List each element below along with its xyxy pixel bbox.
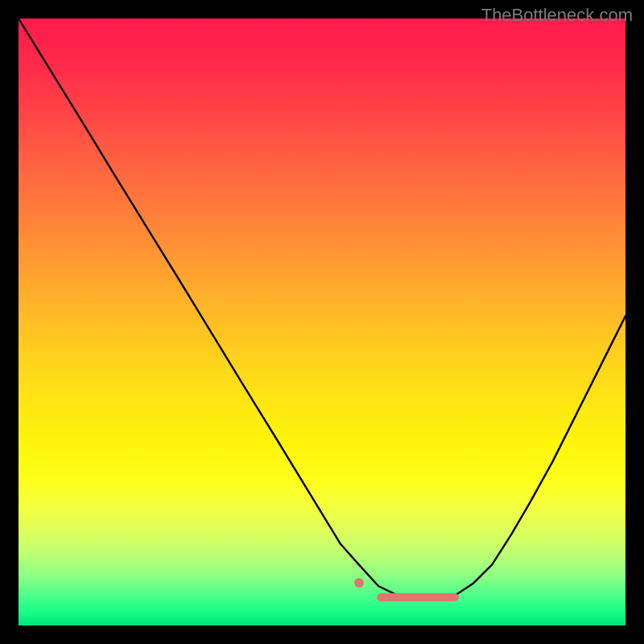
optimal-range-marker [377,593,459,601]
plot-area [19,19,625,625]
curve-svg [19,19,625,625]
watermark-text: TheBottleneck.com [481,5,633,26]
bottleneck-curve [19,19,625,597]
